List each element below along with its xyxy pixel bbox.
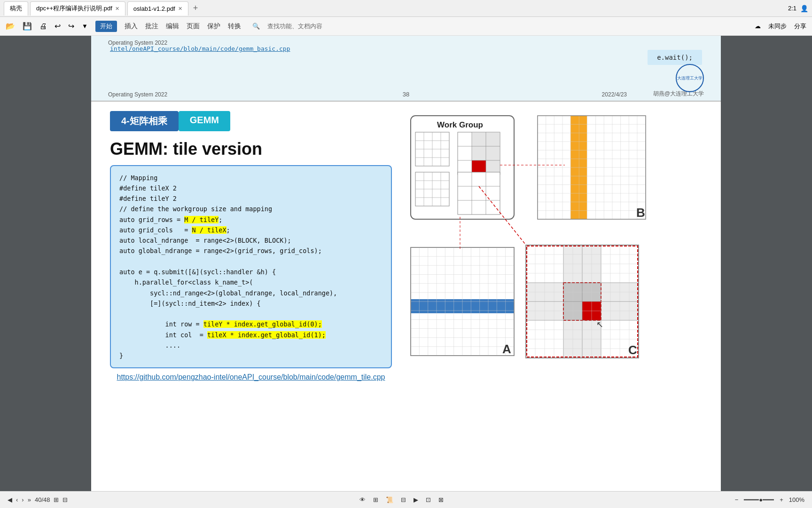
matrix-c-label: C	[628, 343, 637, 357]
header-tag-gemm: GEMM	[179, 111, 230, 131]
prev-btn[interactable]: ‹	[16, 496, 18, 503]
code-line-13: int row = tileY * index.get_global_id(0)…	[119, 319, 383, 329]
window-controls: 2:1 👤	[788, 5, 808, 12]
diagram-wrapper: Work Group	[406, 111, 702, 374]
tab-kaike[interactable]: 稿壳	[4, 1, 28, 16]
status-bar: ◀ ‹ › » 40/48 ⊞ ⊟ 👁 ⊞ 📜 ⊟ ▶ ⊡ ⊠ − ━━━━●━…	[0, 491, 812, 508]
view-icon[interactable]: 👁	[359, 496, 366, 503]
status-center: 👁 ⊞ 📜 ⊟ ▶ ⊡ ⊠	[77, 496, 725, 503]
source-link[interactable]: https://github.com/pengzhao-intel/oneAPI…	[110, 373, 392, 381]
toolbar-edit[interactable]: 编辑	[166, 22, 179, 31]
dropdown-icon[interactable]: ▼	[82, 23, 88, 30]
header-link[interactable]: intel/oneAPI_course/blob/main/code/gemm_…	[110, 45, 290, 52]
add-page-icon[interactable]: ⊞	[54, 496, 59, 503]
matrix-c: C ↖	[526, 245, 639, 358]
code-line-7: auto local_ndrange = range<2>(BLOCK, BLO…	[119, 235, 383, 246]
code-line-6: auto grid_cols = N / tileX;	[119, 225, 383, 235]
tab-dpc-label: dpc++程序编译执行说明.pdf	[36, 4, 112, 13]
share-label[interactable]: 分享	[794, 22, 806, 31]
wg-grid-tl	[415, 132, 449, 166]
remove-page-icon[interactable]: ⊟	[62, 496, 68, 503]
print-icon: 🖨	[39, 22, 47, 31]
play-icon[interactable]: ▶	[414, 496, 418, 503]
compare-icon[interactable]: ⊠	[438, 496, 444, 503]
save-icon: 💾	[23, 22, 32, 31]
wg-grid-bl	[415, 172, 449, 206]
pdf-viewer: intel/oneAPI_course/blob/main/code/gemm_…	[0, 36, 812, 491]
redo-icon[interactable]: ↪	[68, 22, 74, 31]
next-btn[interactable]: ›	[22, 496, 23, 503]
undo-icon[interactable]: ↩	[55, 22, 61, 31]
matrix-b: B	[538, 116, 646, 220]
tab-oslab-close[interactable]: ✕	[178, 6, 182, 12]
toolbar-annotate[interactable]: 批注	[145, 22, 158, 31]
zoom-slider[interactable]: ━━━━●━━━	[744, 496, 774, 503]
author-label: 胡燕@大连理工大学	[653, 90, 704, 98]
code-box: // Mapping #define tileX 2 #define tileY…	[110, 165, 392, 369]
toolbar-insert[interactable]: 插入	[125, 22, 138, 31]
tab-dpc-close[interactable]: ✕	[115, 6, 119, 12]
code-snippet: e.wait();	[648, 50, 702, 65]
search-label: 查找功能、文档内容	[267, 22, 322, 31]
prev-page-btn[interactable]: ◀	[8, 496, 12, 503]
matrix-b-label: B	[636, 206, 645, 220]
code-line-11: sycl::nd_range<2>(global_ndrange, local_…	[119, 288, 383, 298]
matrix-a: A	[411, 247, 514, 356]
code-line-16: }	[119, 350, 383, 361]
browser-chrome: 稿壳 dpc++程序编译执行说明.pdf ✕ oslab1-v1.2.pdf ✕…	[0, 0, 812, 17]
diagram-svg: Work Group	[406, 111, 702, 374]
code-line-12: [=](sycl::nd_item<2> index) {	[119, 298, 383, 309]
diagram-section: Work Group	[406, 111, 702, 381]
cursor-icon: ↖	[596, 320, 603, 329]
wg-grid-tr	[458, 132, 500, 175]
zoom-in-btn[interactable]: +	[780, 496, 783, 503]
present-icon[interactable]: ⊡	[426, 496, 431, 503]
code-line-4: // define the workgroup size and mapping	[119, 204, 383, 214]
tab-oslab-label: oslab1-v1.2.pdf	[133, 5, 175, 12]
user-avatar-icon: 👤	[800, 5, 808, 12]
work-group-title: Work Group	[437, 120, 483, 129]
zoom-level: 100%	[789, 496, 804, 503]
sync-label[interactable]: 未同步	[768, 22, 787, 31]
subject-label: Operating System 2022	[108, 40, 167, 46]
add-tab-button[interactable]: +	[190, 3, 201, 13]
code-line-5: auto grid_rows = M / tileY;	[119, 214, 383, 225]
scroll-icon[interactable]: 📜	[386, 496, 393, 503]
thumbnail-icon[interactable]: ⊞	[373, 496, 378, 503]
start-button[interactable]: 开始	[95, 21, 117, 32]
search-icon: 🔍	[252, 23, 260, 30]
code-line-14: int col = tileX * index.get_global_id(1)…	[119, 330, 383, 340]
sync-icon: ☁	[755, 23, 761, 30]
code-line-blank1	[119, 256, 383, 267]
code-line-10: h.parallel_for<class k_name_t>(	[119, 277, 383, 287]
pdf-page: intel/oneAPI_course/blob/main/code/gemm_…	[91, 36, 721, 491]
last-btn[interactable]: »	[28, 496, 31, 503]
tab-dpc[interactable]: dpc++程序编译执行说明.pdf ✕	[30, 1, 125, 16]
tab-kaike-label: 稿壳	[10, 4, 22, 13]
code-line-9: auto e = q.submit([&](sycl::handler &h) …	[119, 267, 383, 277]
wg-grid-br	[458, 172, 500, 214]
slide-title: GEMM: tile version	[110, 140, 392, 159]
matrix-a-label: A	[502, 342, 511, 356]
slide-content: 4-矩阵相乘 GEMM GEMM: tile version // Mappin…	[91, 102, 721, 391]
code-section: 4-矩阵相乘 GEMM GEMM: tile version // Mappin…	[110, 111, 392, 381]
svg-rect-21	[458, 172, 500, 214]
status-left: ◀ ‹ › » 40/48 ⊞ ⊟	[8, 496, 68, 503]
split-icon[interactable]: ⊟	[401, 496, 406, 503]
tab-oslab[interactable]: oslab1-v1.2.pdf ✕	[127, 1, 188, 16]
toolbar-page[interactable]: 页面	[187, 22, 200, 31]
zoom-out-btn[interactable]: −	[735, 496, 739, 503]
header-tag-matrix: 4-矩阵相乘	[110, 111, 179, 131]
slide-header-row: 4-矩阵相乘 GEMM	[110, 111, 392, 131]
page-number: 38	[403, 91, 409, 98]
toolbar-protect[interactable]: 保护	[207, 22, 220, 31]
date-label: 2022/4/23	[602, 91, 627, 98]
file-icon: 📂	[6, 22, 15, 31]
code-line-8: auto global_ndrange = range<2>(grid_rows…	[119, 246, 383, 256]
toolbar: 📂 💾 🖨 ↩ ↪ ▼ 开始 插入 批注 编辑 页面 保护 转换 🔍 查找功能、…	[0, 17, 812, 36]
toolbar-convert[interactable]: 转换	[228, 22, 241, 31]
status-right: − ━━━━●━━━ + 100%	[735, 496, 804, 503]
code-line-15: ....	[119, 340, 383, 350]
subject-label2: Operating System 2022	[108, 91, 167, 98]
page-indicator: 40/48	[35, 496, 50, 503]
